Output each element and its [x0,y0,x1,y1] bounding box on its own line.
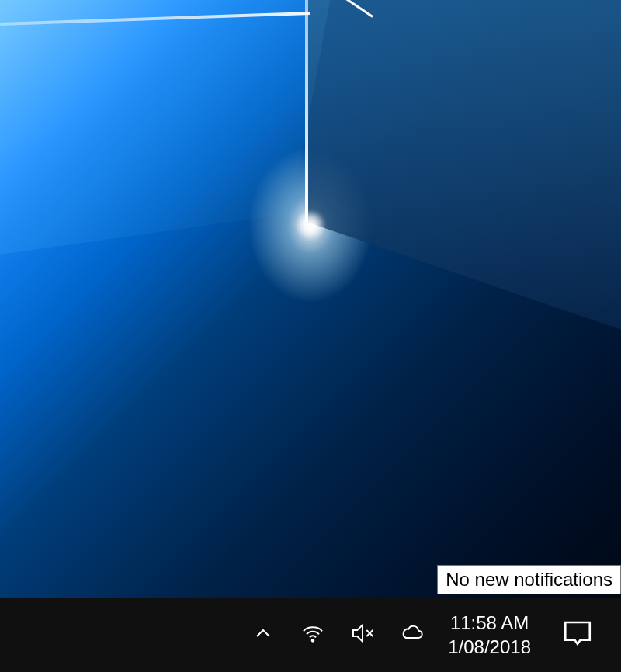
tray-overflow-button[interactable] [238,598,288,672]
cloud-icon [400,621,425,649]
notification-icon [561,617,594,653]
svg-point-0 [312,639,314,642]
wallpaper-decoration [305,0,308,223]
taskbar-clock[interactable]: 11:58 AM 1/08/2018 [437,598,542,672]
wallpaper-decoration [307,0,621,334]
volume-tray-button[interactable] [338,598,387,672]
taskbar: 11:58 AM 1/08/2018 [0,598,621,672]
volume-muted-icon [350,621,375,649]
clock-time: 11:58 AM [450,611,529,635]
clock-date: 1/08/2018 [448,635,531,659]
network-tray-button[interactable] [288,598,338,672]
onedrive-tray-button[interactable] [387,598,437,672]
chevron-up-icon [251,621,276,649]
desktop-wallpaper[interactable] [0,0,621,598]
wifi-icon [300,621,325,649]
wallpaper-decoration [295,210,326,241]
action-center-button[interactable] [542,598,613,672]
action-center-tooltip: No new notifications [437,565,621,594]
